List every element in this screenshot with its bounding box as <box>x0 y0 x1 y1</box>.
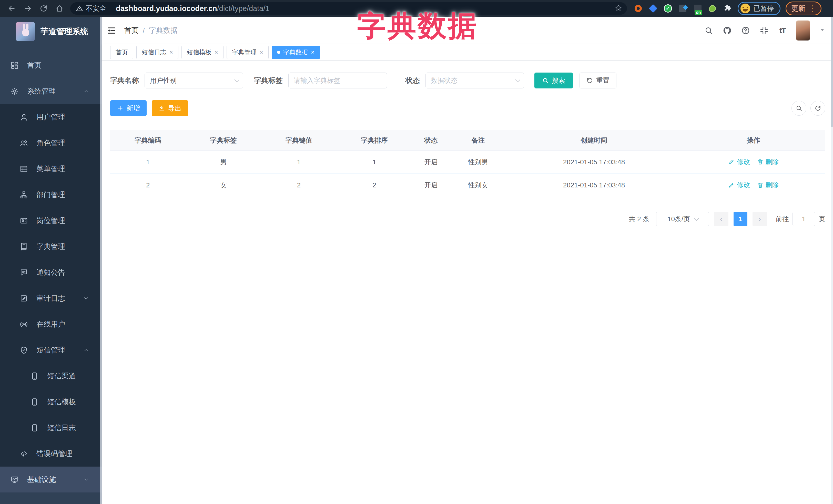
fullscreen-icon[interactable] <box>759 26 769 35</box>
delete-link[interactable]: 删除 <box>757 181 779 189</box>
close-icon[interactable]: × <box>215 49 218 55</box>
address-bar[interactable]: 不安全 dashboard.yudao.iocoder.cn/dict/type… <box>70 2 627 15</box>
sidebar-scrollbar[interactable] <box>100 17 102 504</box>
bookmark-star-icon[interactable] <box>615 4 622 13</box>
browser-update-button[interactable]: 更新 ⋮ <box>786 2 822 16</box>
dict-name-select[interactable]: 用户性别 <box>145 73 243 89</box>
user-avatar[interactable] <box>796 21 810 41</box>
sidebar-item[interactable]: 短信日志 <box>0 415 102 441</box>
export-button[interactable]: 导出 <box>152 100 188 116</box>
chevron-down-icon <box>515 77 520 82</box>
tag-tab[interactable]: 短信模板 × <box>182 46 223 59</box>
search-button[interactable]: 搜索 <box>534 73 573 89</box>
status-placeholder: 数据状态 <box>431 76 457 85</box>
table-cell: 男 <box>186 151 261 174</box>
sidebar-item[interactable]: 错误码管理 <box>0 441 102 466</box>
sidebar-item[interactable]: 字典管理 <box>0 234 102 259</box>
status-select[interactable]: 数据状态 <box>426 73 524 89</box>
goto-page-input[interactable] <box>792 212 815 226</box>
close-icon[interactable]: × <box>311 49 314 55</box>
update-label: 更新 <box>791 4 805 13</box>
back-icon[interactable] <box>7 3 17 14</box>
kebab-menu-icon[interactable]: ⋮ <box>809 5 816 12</box>
sidebar-item[interactable]: 短信模板 <box>0 389 102 415</box>
reload-icon[interactable] <box>39 3 49 14</box>
home-icon[interactable] <box>54 3 65 14</box>
next-page-button[interactable]: › <box>753 212 767 226</box>
reset-button[interactable]: 重置 <box>579 73 616 89</box>
table-cell: 性别女 <box>450 174 506 197</box>
tag-tab[interactable]: 字典数据 × <box>272 46 320 59</box>
tag-tab[interactable]: 首页 <box>110 46 133 59</box>
dict-tag-input[interactable]: 请输入字典标签 <box>288 73 387 89</box>
close-icon[interactable]: × <box>169 49 173 55</box>
extension-check-icon[interactable]: ✓ <box>663 4 672 13</box>
table-body: 1男11开启性别男2021-01-05 17:03:48修改删除2女22开启性别… <box>110 151 825 197</box>
search-icon <box>542 77 549 84</box>
monitor-icon <box>10 475 19 484</box>
sidebar-item[interactable]: 部门管理 <box>0 182 102 208</box>
forward-icon[interactable] <box>23 3 33 14</box>
breadcrumb-home[interactable]: 首页 <box>124 26 139 35</box>
sidebar-item[interactable]: 角色管理 <box>0 130 102 156</box>
close-icon[interactable]: × <box>260 49 263 55</box>
extensions-puzzle-icon[interactable] <box>723 4 732 13</box>
sidebar-fold-icon[interactable] <box>106 25 117 36</box>
online-icon <box>20 320 28 329</box>
security-warning[interactable]: 不安全 <box>76 4 106 13</box>
menu-list-icon <box>20 165 28 173</box>
plus-icon <box>117 105 123 112</box>
dict-data-table: 字典编码字典标签字典键值字典排序状态备注创建时间操作 1男11开启性别男2021… <box>110 130 825 197</box>
sidebar-item-label: 系统管理 <box>27 87 83 96</box>
extension-stack-icon[interactable] <box>678 4 687 13</box>
extension-donut-icon[interactable] <box>634 4 643 13</box>
add-button[interactable]: 新增 <box>110 100 147 116</box>
browser-profile-chip[interactable]: 已暂停 <box>738 2 781 15</box>
prev-page-button[interactable]: ‹ <box>714 212 729 226</box>
url-path: /dict/type/data/1 <box>217 4 270 13</box>
edit-link[interactable]: 修改 <box>728 181 750 189</box>
toggle-search-button[interactable] <box>791 101 806 116</box>
edit-link[interactable]: 修改 <box>728 158 750 166</box>
chevron-down-icon[interactable] <box>819 27 825 34</box>
log-icon <box>20 294 28 303</box>
sidebar-item[interactable]: 基础设施 <box>0 466 102 493</box>
search-icon[interactable] <box>704 26 714 35</box>
sidebar-item-label: 审计日志 <box>37 293 83 303</box>
font-size-icon[interactable]: tT <box>778 26 787 35</box>
sidebar-item[interactable]: 在线用户 <box>0 311 102 337</box>
sidebar-item[interactable]: 首页 <box>0 52 102 78</box>
sidebar-item-label: 短信渠道 <box>47 371 102 381</box>
dict-name-label: 字典名称 <box>110 76 139 86</box>
sidebar-item[interactable]: 通知公告 <box>0 259 102 285</box>
refresh-table-button[interactable] <box>810 101 825 116</box>
status-label: 状态 <box>405 76 420 86</box>
tag-tab[interactable]: 短信日志 × <box>136 46 178 59</box>
tag-label: 短信日志 <box>142 48 166 56</box>
sidebar-item[interactable]: 短信管理 <box>0 337 102 363</box>
download-icon <box>159 105 165 112</box>
page-size-select[interactable]: 10条/页 <box>656 212 709 226</box>
table-cell: 2 <box>336 174 412 197</box>
sidebar-item[interactable]: 菜单管理 <box>0 156 102 182</box>
sidebar-logo-row[interactable]: 芋道管理系统 <box>0 17 102 46</box>
sidebar-item-label: 错误码管理 <box>37 449 102 459</box>
github-icon[interactable] <box>722 26 732 35</box>
extension-proxy-icon[interactable]: on <box>693 4 702 13</box>
sidebar-item-label: 用户管理 <box>37 112 102 122</box>
sidebar-item[interactable]: 审计日志 <box>0 285 102 311</box>
app-title: 芋道管理系统 <box>41 26 88 37</box>
sidebar-item[interactable]: 岗位管理 <box>0 208 102 234</box>
sidebar-item[interactable]: 短信渠道 <box>0 363 102 389</box>
tag-tab[interactable]: 字典管理 × <box>227 46 269 59</box>
extension-sprout-icon[interactable] <box>708 4 717 13</box>
gear-icon <box>10 87 19 96</box>
page-scrollbar[interactable] <box>831 17 833 504</box>
sidebar-item[interactable]: 系统管理 <box>0 78 102 104</box>
sidebar-item[interactable]: 用户管理 <box>0 104 102 130</box>
current-page-button[interactable]: 1 <box>734 212 747 226</box>
help-icon[interactable] <box>741 26 751 35</box>
table-header-cell: 字典编码 <box>110 130 186 151</box>
extension-gem-icon[interactable] <box>648 4 658 13</box>
delete-link[interactable]: 删除 <box>757 158 779 166</box>
